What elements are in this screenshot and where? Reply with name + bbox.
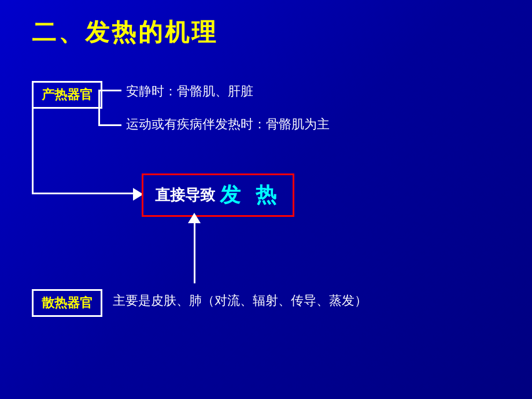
text-exercise-time: 运动或有疾病伴发热时：骨骼肌为主	[126, 116, 330, 133]
sanre-description: 主要是皮肤、肺（对流、辐射、传导、蒸发）	[113, 292, 367, 309]
zhijie-highlight-text: 发 热	[220, 181, 281, 209]
arrow-up-line	[194, 217, 195, 283]
slide-title: 二、发热的机理	[32, 16, 218, 49]
chanre-label: 产热器官	[42, 87, 93, 102]
bracket-top-line	[98, 90, 121, 91]
left-vertical-line	[32, 101, 34, 194]
sanre-box: 散热器官	[32, 289, 102, 317]
sanre-label: 散热器官	[42, 295, 93, 310]
arrow-horizontal-line	[32, 193, 135, 194]
zhijie-box: 直接导致 发 热	[142, 173, 294, 217]
chanre-box: 产热器官	[32, 81, 102, 109]
arrow-head-up-icon	[188, 213, 201, 223]
slide: 二、发热的机理 产热器官 安静时：骨骼肌、肝脏 运动或有疾病伴发热时：骨骼肌为主…	[0, 0, 532, 399]
bracket-vertical-line	[98, 90, 100, 126]
bracket-bottom-line	[98, 124, 121, 126]
text-quiet-time: 安静时：骨骼肌、肝脏	[126, 83, 253, 100]
zhijie-normal-text: 直接导致	[155, 185, 215, 205]
